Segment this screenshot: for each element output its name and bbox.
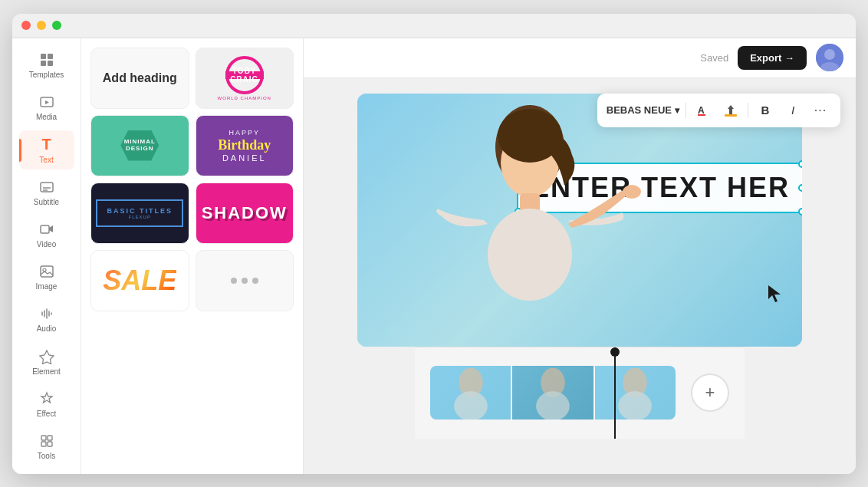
svg-rect-15: [48, 442, 52, 446]
video-canvas: ENTER TEXT HER: [357, 94, 802, 347]
canvas-area: Saved Export → BEBAS NEUE: [304, 38, 856, 474]
cursor-arrow: [765, 282, 787, 308]
basic-titles-card[interactable]: BASIC TITLES FLEXUP: [90, 183, 189, 244]
dot-2: [242, 278, 248, 284]
add-heading-card[interactable]: Add heading: [90, 48, 189, 109]
font-name: BEBAS NEUE: [607, 104, 672, 116]
minimize-button[interactable]: [37, 21, 46, 30]
timeline-marker: [614, 347, 616, 439]
svg-rect-13: [48, 436, 52, 440]
more-options-button[interactable]: ···: [810, 100, 831, 121]
svg-text:A: A: [698, 105, 705, 116]
sidebar-item-subtitle[interactable]: Subtitle: [19, 173, 74, 212]
add-clip-button[interactable]: +: [691, 373, 729, 412]
sidebar-item-video[interactable]: Video: [19, 215, 74, 254]
text-color-button[interactable]: A: [692, 100, 714, 121]
sidebar-label-image: Image: [36, 282, 58, 291]
svg-point-26: [488, 209, 572, 301]
sidebar-item-text[interactable]: T Text: [19, 130, 74, 169]
sidebar-item-effect[interactable]: Effect: [19, 384, 74, 423]
shadow-card[interactable]: SHADOW: [196, 183, 294, 244]
birthday-happy: HAPPY: [229, 129, 260, 137]
basic-titles-inner: BASIC TITLES FLEXUP: [96, 199, 183, 227]
toby-craig-inner: TOBY CRAIG WORLD CHAMPION: [218, 56, 271, 100]
bold-label: B: [761, 104, 770, 117]
clip-person-1: [439, 366, 503, 420]
clip-person-3: [603, 366, 667, 420]
sidebar-label-media: Media: [36, 113, 57, 121]
bold-button[interactable]: B: [755, 100, 776, 121]
templates-icon: [38, 51, 55, 68]
clip-person-2: [521, 366, 585, 420]
minimal-design-card[interactable]: MINIMAL DESIGN: [90, 115, 189, 176]
chevron-down-icon: ▾: [675, 105, 679, 116]
clip-frame-1[interactable]: [430, 366, 511, 420]
timeline: +: [415, 347, 745, 439]
maximize-button[interactable]: [52, 21, 61, 30]
effect-icon: [38, 390, 55, 407]
sidebar-item-media[interactable]: Media: [19, 88, 74, 127]
svg-rect-9: [41, 266, 53, 277]
svg-point-32: [536, 391, 570, 420]
svg-point-17: [824, 49, 835, 60]
dot-3: [252, 278, 258, 284]
svg-point-27: [623, 185, 641, 199]
svg-rect-21: [725, 114, 737, 117]
text-color-icon: A: [695, 103, 711, 118]
shadow-text: SHADOW: [202, 203, 288, 223]
svg-rect-3: [48, 61, 53, 66]
saved-label: Saved: [700, 52, 728, 64]
title-bar: [12, 14, 856, 38]
birthday-card[interactable]: HAPPY Birthday DANIEL: [196, 115, 294, 176]
sidebar: Templates Media T Text: [12, 38, 81, 474]
sidebar-item-templates[interactable]: Templates: [19, 46, 74, 85]
toby-craig-card[interactable]: TOBY CRAIG WORLD CHAMPION: [196, 48, 294, 109]
subtitle-icon: [38, 179, 55, 196]
minimal-text: MINIMAL DESIGN: [124, 139, 156, 153]
close-button[interactable]: [21, 21, 31, 30]
clip-frame-3[interactable]: [595, 366, 676, 420]
canvas-header: Saved Export →: [304, 38, 856, 78]
sidebar-label-audio: Audio: [37, 324, 57, 333]
add-clip-icon: +: [705, 383, 715, 403]
sidebar-item-image[interactable]: Image: [19, 258, 74, 297]
svg-rect-12: [41, 436, 46, 440]
fill-color-button[interactable]: [720, 100, 741, 121]
dot-1: [231, 278, 237, 284]
svg-rect-8: [41, 225, 49, 233]
sidebar-item-audio[interactable]: Audio: [19, 300, 74, 339]
text-cards-grid: Add heading TOBY CRAIG WORLD CHAMPION: [90, 48, 294, 311]
svg-marker-28: [768, 285, 781, 302]
svg-rect-0: [41, 54, 46, 59]
fill-color-icon: [723, 103, 738, 118]
toby-craig-sub: WORLD CHAMPION: [218, 96, 271, 100]
sidebar-item-tools[interactable]: Tools: [19, 426, 74, 466]
minimal-shape: MINIMAL DESIGN: [120, 130, 159, 161]
basic-titles-sub: FLEXUP: [107, 215, 173, 219]
clip-frame-2[interactable]: [512, 366, 593, 420]
handle-top-right[interactable]: [798, 160, 802, 168]
sidebar-label-templates: Templates: [29, 71, 64, 79]
sidebar-item-element[interactable]: Element: [19, 342, 74, 381]
svg-marker-11: [40, 350, 54, 364]
sale-card[interactable]: SALE: [90, 250, 189, 311]
canvas-content: BEBAS NEUE ▾ A: [304, 78, 856, 474]
sidebar-label-subtitle: Subtitle: [34, 198, 59, 206]
app-window: Templates Media T Text: [12, 14, 856, 474]
audio-icon: [38, 305, 55, 322]
italic-button[interactable]: I: [782, 100, 804, 121]
main-area: Templates Media T Text: [12, 38, 856, 474]
export-button[interactable]: Export →: [738, 46, 807, 70]
sale-text: SALE: [103, 265, 176, 297]
avatar[interactable]: [816, 44, 843, 71]
more-templates-card[interactable]: [196, 250, 294, 311]
toolbar-divider-2: [748, 103, 748, 118]
birthday-main: Birthday: [218, 138, 271, 152]
font-selector[interactable]: BEBAS NEUE ▾: [607, 104, 679, 116]
svg-rect-2: [41, 61, 46, 66]
handle-mid-right[interactable]: [798, 184, 802, 192]
handle-bottom-right[interactable]: [798, 208, 802, 216]
element-icon: [38, 348, 55, 365]
image-icon: [38, 263, 55, 280]
person-figure: [396, 101, 664, 347]
